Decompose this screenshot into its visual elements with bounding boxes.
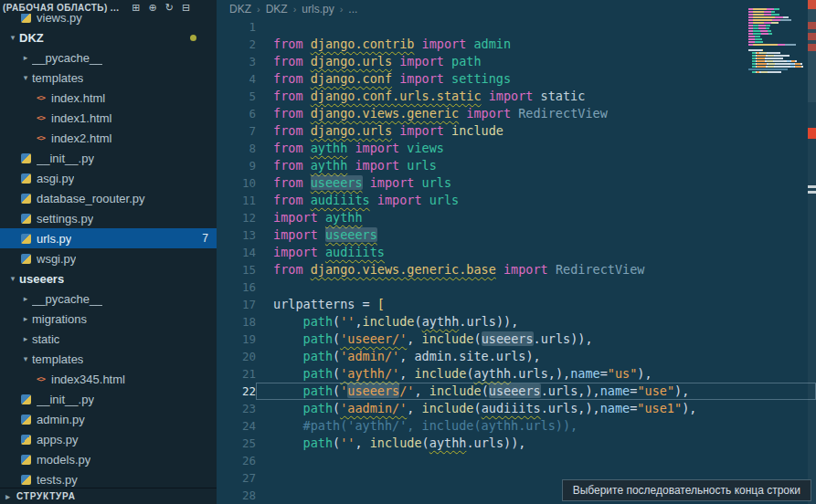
code-text[interactable]: from audiiits import urls <box>256 192 816 209</box>
breadcrumb-item[interactable]: DKZ <box>229 3 251 16</box>
code-text[interactable]: path('aythh/', include(aythh.urls,),name… <box>256 365 816 383</box>
refresh-icon[interactable]: ↻ <box>165 3 174 13</box>
code-text[interactable]: from django.conf import settings <box>256 70 816 88</box>
tree-item--init-py[interactable]: __init__.py <box>0 148 217 168</box>
code-text[interactable]: from useeers import urls <box>256 174 816 192</box>
line-number[interactable]: 16 <box>217 278 256 296</box>
line-number[interactable]: 21 <box>217 365 256 383</box>
tree-item-settings-py[interactable]: settings.py <box>0 208 217 228</box>
line-number[interactable]: 24 <box>217 417 256 435</box>
code-text[interactable]: from django.views.generic import Redirec… <box>256 105 816 122</box>
tree-item-templates[interactable]: ▾templates <box>0 68 217 88</box>
line-number[interactable]: 17 <box>217 296 256 313</box>
code-text[interactable]: import audiiits <box>256 244 816 261</box>
tree-item-templates[interactable]: ▾templates <box>0 349 217 369</box>
tree-item--init-py[interactable]: __init__.py <box>0 389 217 409</box>
breadcrumb-item[interactable]: ... <box>348 3 357 16</box>
line-number[interactable]: 11 <box>217 192 256 209</box>
code-text[interactable]: from aythh import urls <box>256 157 816 174</box>
code-text[interactable] <box>256 452 816 469</box>
code-text[interactable] <box>256 18 816 36</box>
tree-item-dkz[interactable]: ▾DKZ <box>0 27 217 47</box>
code-text[interactable]: from django.contrib import admin <box>256 36 816 53</box>
tree-item-index1-html[interactable]: <>index1.html <box>0 108 217 128</box>
token: views <box>407 141 444 155</box>
line-number[interactable]: 3 <box>217 53 256 70</box>
line-number[interactable]: 23 <box>217 400 256 417</box>
code-text[interactable]: from django.views.generic.base import Re… <box>256 261 816 278</box>
minimap[interactable] <box>748 5 805 82</box>
tree-item--pycache-[interactable]: ▸__pycache__ <box>0 47 217 68</box>
new-file-icon[interactable]: ⊞ <box>132 3 140 13</box>
breadcrumb-item[interactable]: urls.py <box>302 3 334 16</box>
code-text[interactable]: import aythh <box>256 209 816 226</box>
tree-item-models-py[interactable]: models.py <box>0 449 217 469</box>
line-number[interactable]: 10 <box>217 174 256 192</box>
code-text[interactable]: path('aadmin/', include(audiiits.urls,),… <box>256 400 816 417</box>
token: urls <box>422 175 452 190</box>
line-number[interactable]: 22 <box>217 383 256 400</box>
token: /' <box>399 383 414 398</box>
code-text[interactable]: #path('aythh/', include(aythh.urls)), <box>256 417 816 435</box>
line-number[interactable]: 15 <box>217 261 256 278</box>
line-number[interactable]: 7 <box>217 122 256 140</box>
line-number[interactable]: 12 <box>217 209 256 226</box>
line-number[interactable]: 6 <box>217 105 256 122</box>
line-number[interactable]: 18 <box>217 313 256 331</box>
code-text[interactable]: from django.conf.urls.static import stat… <box>256 88 816 105</box>
code-text[interactable]: path('admin/', admin.site.urls), <box>256 348 816 365</box>
line-number[interactable]: 1 <box>217 18 256 36</box>
token: static <box>541 89 586 103</box>
tree-item-database-roouter-py[interactable]: database_roouter.py <box>0 188 217 208</box>
tree-item-admin-py[interactable]: admin.py <box>0 409 217 429</box>
tree-item--pycache-[interactable]: ▸__pycache__ <box>0 289 217 309</box>
line-number[interactable]: 4 <box>217 70 256 88</box>
tree-item-label: urls.py <box>37 232 71 246</box>
eol-tooltip: Выберите последовательность конца строки <box>562 479 811 501</box>
tree-item-migrations[interactable]: ▸migrations <box>0 309 217 329</box>
code-text[interactable]: from django.urls import include <box>256 122 816 140</box>
scrollbar-thumb[interactable] <box>808 0 816 102</box>
code-text[interactable]: path('',include(aythh.urls)), <box>256 313 816 331</box>
breadcrumb-item[interactable]: DKZ <box>266 3 288 16</box>
tree-item-asgi-py[interactable]: asgi.py <box>0 168 217 188</box>
collapse-all-icon[interactable]: ⊟ <box>182 3 190 13</box>
html-file-icon: <> <box>34 113 48 122</box>
tree-item-index-html[interactable]: <>index.html <box>0 88 217 108</box>
code-text[interactable]: import useeers <box>256 226 816 244</box>
code-text[interactable]: path('useeer/', include(useeers.urls)), <box>256 331 816 348</box>
line-number[interactable]: 9 <box>217 157 256 174</box>
line-number[interactable]: 2 <box>217 36 256 53</box>
new-folder-icon[interactable]: ⊕ <box>149 3 157 13</box>
line-number[interactable]: 19 <box>217 331 256 348</box>
tree-item-index345-html[interactable]: <>index345.html <box>0 369 217 389</box>
line-number[interactable]: 25 <box>217 435 256 452</box>
code-text[interactable] <box>256 278 816 296</box>
tree-item-urls-py[interactable]: urls.py7 <box>0 228 217 248</box>
line-number[interactable]: 20 <box>217 348 256 365</box>
code-line: 5from django.conf.urls.static import sta… <box>217 88 816 105</box>
line-number[interactable]: 8 <box>217 140 256 157</box>
outline-section-header[interactable]: ▸ СТРУКТУРА <box>0 488 217 504</box>
scrollbar[interactable] <box>808 0 816 504</box>
minimap-row <box>748 19 805 21</box>
line-number[interactable]: 13 <box>217 226 256 244</box>
code-text[interactable]: from aythh import views <box>256 140 816 157</box>
code-text[interactable]: urlpatterns = [ <box>256 296 816 313</box>
tree-item-static[interactable]: ▸static <box>0 329 217 349</box>
line-number[interactable]: 27 <box>217 469 256 487</box>
tree-item-tests-py[interactable]: tests.py <box>0 469 217 489</box>
line-number[interactable]: 14 <box>217 244 256 261</box>
line-number[interactable]: 5 <box>217 88 256 105</box>
line-number[interactable]: 26 <box>217 452 256 469</box>
token: from <box>273 193 311 207</box>
tree-item-apps-py[interactable]: apps.py <box>0 429 217 449</box>
token: include <box>422 331 474 346</box>
tree-item-index2-html[interactable]: <>index2.html <box>0 128 217 148</box>
code-text[interactable]: from django.urls import path <box>256 53 816 70</box>
code-text[interactable]: path('', include(aythh.urls)), <box>256 435 816 452</box>
tree-item-useeers[interactable]: ▾useeers <box>0 268 217 289</box>
code-text[interactable]: path('useeers/', include(useeers.urls,),… <box>256 383 816 400</box>
tree-item-wsgi-py[interactable]: wsgi.py <box>0 248 217 268</box>
line-number[interactable]: 28 <box>217 487 256 504</box>
